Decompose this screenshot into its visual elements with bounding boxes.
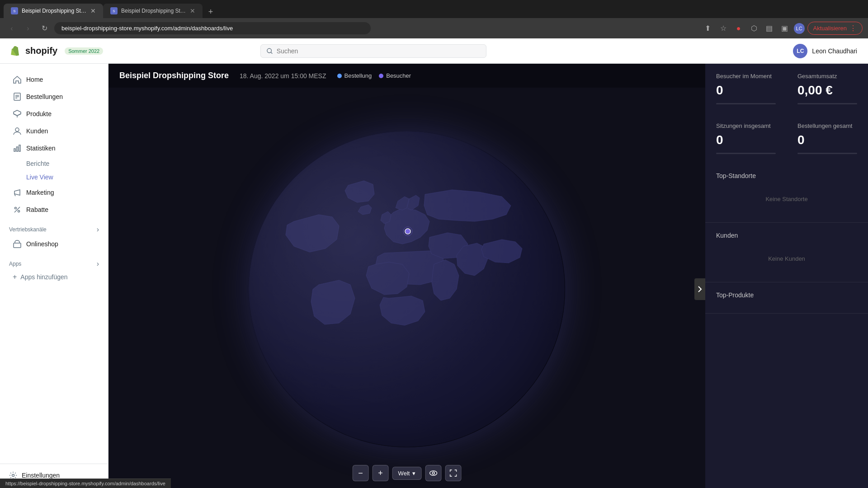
no-customers-text: Keine Kunden [716, 244, 857, 273]
panel-toggle-button[interactable] [694, 278, 705, 300]
orders-bar [797, 153, 857, 154]
home-icon [13, 75, 22, 84]
svg-rect-14 [14, 243, 21, 248]
tab-close-1[interactable]: ✕ [90, 7, 96, 14]
update-button[interactable]: Aktualisieren ⋮ [807, 22, 863, 35]
top-products-title: Top-Produkte [716, 291, 857, 299]
statistics-icon [13, 144, 22, 153]
apps-expand-icon[interactable]: › [97, 260, 99, 268]
tab-close-2[interactable]: ✕ [190, 7, 195, 14]
sidebar: Home Bestellungen Produkte Kunden [0, 64, 108, 488]
visitors-stat: Besucher im Moment 0 [705, 64, 787, 113]
user-profile-icon[interactable]: LC [794, 23, 805, 34]
sidebar-item-products[interactable]: Produkte [4, 106, 104, 122]
sidebar-item-home[interactable]: Home [4, 71, 104, 88]
discounts-icon [13, 205, 22, 214]
back-button[interactable]: ‹ [5, 22, 18, 35]
eye-icon [429, 469, 437, 477]
update-menu-icon[interactable]: ⋮ [849, 24, 857, 33]
eye-button[interactable] [425, 465, 441, 481]
orders-label: Bestellungen gesamt [797, 122, 857, 129]
globe-container[interactable]: − + Welt ▾ [108, 88, 705, 488]
svg-point-15 [12, 474, 14, 477]
nav-settings-label: Einstellungen [22, 472, 60, 479]
sessions-bar [716, 153, 776, 154]
customers-section: Kunden Keine Kunden [705, 223, 868, 282]
stats-top-row: Besucher im Moment 0 Gesamtumsatz 0,00 € [705, 64, 868, 113]
status-bar: https://beispiel-dropshipping-store.mysh… [0, 479, 171, 488]
sidebar-toggle-icon[interactable]: ▤ [763, 22, 776, 35]
forward-button[interactable]: › [22, 22, 34, 35]
app-header: shopify Sommer 2022 LC Leon Chaudhari [0, 38, 868, 64]
extensions-icon[interactable]: ⬡ [748, 22, 760, 35]
zoom-out-button[interactable]: − [353, 465, 369, 481]
search-box[interactable] [260, 44, 486, 58]
dropdown-icon: ▾ [412, 470, 415, 477]
legend-visitor: Besucher [379, 72, 411, 79]
nav-liveview-label: Live View [26, 174, 53, 181]
nav-statistics-label: Statistiken [26, 145, 56, 152]
globe-overlay [249, 131, 565, 447]
legend-order: Bestellung [337, 72, 372, 79]
browser-tab-active[interactable]: S Beispiel Dropshipping Store · ... ✕ [4, 4, 103, 18]
store-name: Beispiel Dropshipping Store [119, 71, 229, 80]
sidebar-item-onlineshop[interactable]: Onlineshop [4, 236, 104, 252]
sales-channels-label: Vertriebskanäle [9, 226, 47, 233]
orders-icon [13, 92, 22, 101]
map-controls: − + Welt ▾ [353, 465, 462, 481]
stats-second-row: Sitzungen insgesamt 0 Bestellungen gesam… [705, 113, 868, 163]
sales-channels-expand-icon[interactable]: › [97, 225, 99, 234]
user-avatar[interactable]: LC [793, 44, 807, 58]
header-user: LC Leon Chaudhari [793, 44, 857, 58]
svg-line-13 [14, 207, 20, 212]
nav-customers-label: Kunden [26, 127, 48, 135]
region-select[interactable]: Welt ▾ [392, 467, 422, 480]
sidebar-item-marketing[interactable]: Marketing [4, 184, 104, 201]
sidebar-item-discounts[interactable]: Rabatte [4, 202, 104, 218]
sidebar-item-orders[interactable]: Bestellungen [4, 89, 104, 105]
svg-rect-10 [19, 145, 20, 151]
revenue-bar [797, 103, 857, 104]
opera-icon[interactable]: ● [732, 22, 745, 35]
share-icon[interactable]: ⬆ [702, 22, 714, 35]
sidebar-item-statistics[interactable]: Statistiken [4, 140, 104, 156]
map-legend: Bestellung Besucher [337, 72, 411, 79]
nav-marketing-label: Marketing [26, 189, 54, 196]
tab-title-2: Beispiel Dropshipping Store [121, 8, 186, 14]
visitors-value: 0 [716, 83, 776, 98]
browser-toolbar: ‹ › ↻ ⬆ ☆ ● ⬡ ▤ ▣ LC Aktualisieren ⋮ [0, 18, 868, 38]
sidebar-item-liveview[interactable]: Live View [4, 171, 104, 183]
stats-panel: Besucher im Moment 0 Gesamtumsatz 0,00 € [705, 64, 868, 488]
nav-home-label: Home [26, 76, 43, 83]
fullscreen-button[interactable] [445, 465, 461, 481]
visitor-label: Besucher [386, 72, 411, 79]
logo-text: shopify [25, 46, 57, 56]
add-apps-label: Apps hinzufügen [20, 273, 67, 281]
svg-rect-9 [17, 147, 18, 151]
sidebar-add-apps[interactable]: + Apps hinzufügen [4, 270, 104, 284]
content-area: Beispiel Dropshipping Store 18. Aug. 202… [108, 64, 705, 488]
nav-discounts-label: Rabatte [26, 206, 48, 213]
address-bar[interactable] [54, 22, 371, 34]
browser-tab-2[interactable]: S Beispiel Dropshipping Store ✕ [103, 4, 203, 18]
fullscreen-icon [449, 469, 457, 477]
bookmark-icon[interactable]: ☆ [717, 22, 730, 35]
zoom-in-button[interactable]: + [373, 465, 389, 481]
sidebar-item-customers[interactable]: Kunden [4, 123, 104, 139]
sessions-value: 0 [716, 133, 776, 147]
split-view-icon[interactable]: ▣ [778, 22, 791, 35]
search-input[interactable] [277, 47, 481, 55]
app-container: shopify Sommer 2022 LC Leon Chaudhari [0, 38, 868, 488]
browser-tabs: S Beispiel Dropshipping Store · ... ✕ S … [0, 0, 868, 18]
globe [249, 131, 565, 447]
svg-point-7 [15, 128, 19, 131]
sidebar-item-reports[interactable]: Berichte [4, 157, 104, 170]
new-tab-button[interactable]: + [204, 5, 217, 18]
sessions-stat: Sitzungen insgesamt 0 [705, 113, 787, 163]
svg-rect-8 [14, 149, 15, 151]
reload-button[interactable]: ↻ [38, 22, 51, 35]
customers-title: Kunden [716, 232, 857, 239]
no-locations-text: Keine Standorte [716, 185, 857, 213]
marketing-icon [13, 188, 22, 197]
nav-reports-label: Berichte [26, 160, 49, 167]
